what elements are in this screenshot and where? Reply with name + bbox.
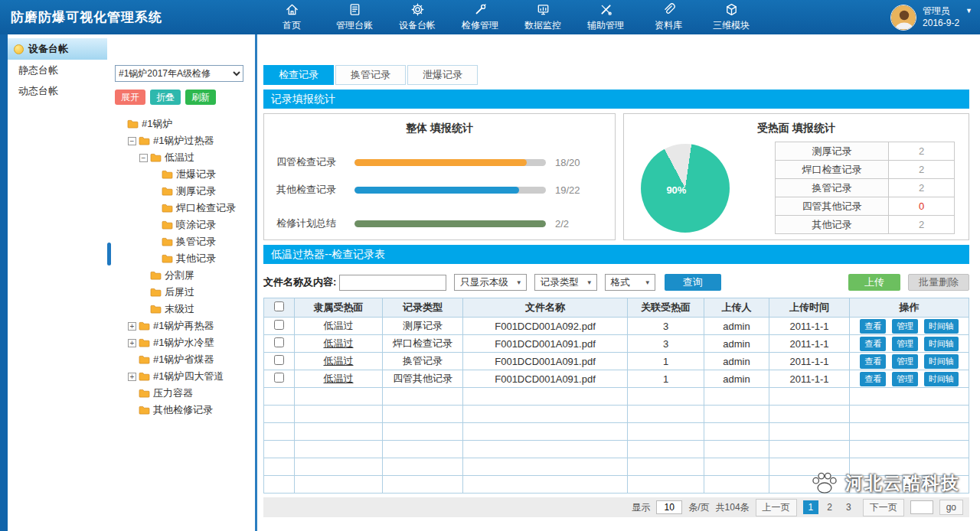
user-menu[interactable]: 管理员 2016-9-2 ▼ xyxy=(890,5,972,31)
tree-node[interactable]: − 低温过 xyxy=(115,149,250,166)
tree-node[interactable]: + #1锅炉水冷壁 xyxy=(115,334,250,351)
manage-button[interactable]: 管理 xyxy=(892,337,918,351)
sidebar: 设备台帐 静态台帐 动态台帐 xyxy=(8,34,107,531)
tree-node[interactable]: 末级过 xyxy=(115,301,250,318)
tree-node[interactable]: − #1锅炉过热器 xyxy=(115,132,250,149)
sidebar-item-equipment-ledger[interactable]: 设备台帐 xyxy=(8,38,107,60)
overall-stats-panel: 整体 填报统计 四管检查记录 18/20 其他检查记录 xyxy=(263,113,616,240)
timeline-button[interactable]: 时间轴 xyxy=(924,354,959,369)
heating-surface-stats-title: 受热面 填报统计 xyxy=(624,122,969,135)
tree-node[interactable]: + #1锅炉再热器 xyxy=(115,318,250,334)
tree-node[interactable]: #1锅炉省煤器 xyxy=(115,351,250,368)
tree-node[interactable]: 换管记录 xyxy=(115,233,250,250)
page-number-button[interactable]: 2 xyxy=(822,500,838,514)
nav-item-assist[interactable]: 辅助管理 xyxy=(583,2,628,32)
record-tab[interactable]: 检查记录 xyxy=(263,65,334,85)
manage-button[interactable]: 管理 xyxy=(892,319,918,334)
nav-item-home[interactable]: 首页 xyxy=(270,2,314,32)
scope-select[interactable]: 只显示本级 ▼ xyxy=(454,274,526,291)
tree-scrollbar-thumb[interactable] xyxy=(107,243,111,266)
tree-toolbar-button[interactable]: 刷新 xyxy=(185,90,216,105)
timeline-button[interactable]: 时间轴 xyxy=(924,337,959,351)
view-button[interactable]: 查看 xyxy=(860,319,886,334)
view-button[interactable]: 查看 xyxy=(860,372,886,386)
expand-toggle-icon[interactable]: − xyxy=(139,154,148,162)
chevron-down-icon[interactable]: ▼ xyxy=(965,7,972,15)
tree-toolbar-button[interactable]: 折叠 xyxy=(150,90,181,105)
record-row: 低温过 焊口检查记录 F001DCD001A091.pdf 3 admin 20… xyxy=(264,335,969,353)
tree-node[interactable]: 其他检修记录 xyxy=(115,402,250,419)
heating-surface-count: 2 xyxy=(889,161,955,179)
folder-icon xyxy=(162,220,173,230)
nav-item-ledger[interactable]: 管理台账 xyxy=(332,2,377,32)
row-checkbox[interactable] xyxy=(274,320,284,330)
row-checkbox[interactable] xyxy=(274,337,284,347)
view-button[interactable]: 查看 xyxy=(860,354,886,369)
nav-item-data-monitor[interactable]: 数据监控 xyxy=(521,2,565,32)
expand-toggle-icon[interactable]: − xyxy=(128,137,136,145)
search-field-label: 文件名称及内容: xyxy=(263,275,336,289)
manage-button[interactable]: 管理 xyxy=(892,354,918,369)
record-tab[interactable]: 泄爆记录 xyxy=(407,65,478,85)
page-number-button[interactable]: 3 xyxy=(841,500,857,514)
tree-node[interactable]: + #1锅炉四大管道 xyxy=(115,368,250,385)
heating-surface-label: 焊口检查记录 xyxy=(776,161,889,179)
tree-node[interactable]: 后屏过 xyxy=(115,284,250,301)
cell-surface[interactable]: 低温过 xyxy=(295,335,383,353)
go-button[interactable]: go xyxy=(939,500,963,515)
select-all-checkbox[interactable] xyxy=(274,301,284,311)
record-tab[interactable]: 换管记录 xyxy=(335,65,406,85)
cell-surface[interactable]: 低温过 xyxy=(295,370,383,388)
goto-page-input[interactable] xyxy=(910,500,933,514)
tree-toolbar-button[interactable]: 展开 xyxy=(115,90,145,105)
search-input[interactable] xyxy=(339,275,446,291)
tree-node[interactable]: 焊口检查记录 xyxy=(115,200,250,217)
nav-item-library[interactable]: 资料库 xyxy=(646,2,691,32)
upload-button[interactable]: 上传 xyxy=(848,274,900,291)
tree-node[interactable]: #1锅炉 xyxy=(115,116,250,132)
tree-node[interactable]: 其他记录 xyxy=(115,250,250,267)
cell-surface[interactable]: 低温过 xyxy=(295,318,383,335)
row-checkbox[interactable] xyxy=(274,373,284,383)
sidebar-item-dynamic-ledger[interactable]: 动态台帐 xyxy=(8,80,107,101)
empty-record-row xyxy=(264,458,969,476)
nav-item-3d-module[interactable]: 三维模块 xyxy=(709,2,753,32)
progress-value: 18/20 xyxy=(555,157,580,168)
cell-surface[interactable]: 低温过 xyxy=(295,353,383,370)
heating-surface-row: 测厚记录 2 xyxy=(776,142,955,161)
tree-node[interactable]: 喷涂记录 xyxy=(115,217,250,233)
page-number-button[interactable]: 1 xyxy=(803,500,819,514)
batch-delete-button[interactable]: 批量删除 xyxy=(908,274,969,291)
next-page-button[interactable]: 下一页 xyxy=(863,499,904,516)
query-button[interactable]: 查询 xyxy=(665,274,721,291)
nav-item-equipment[interactable]: 设备台帐 xyxy=(395,2,439,32)
view-button[interactable]: 查看 xyxy=(860,337,886,351)
prev-page-button[interactable]: 上一页 xyxy=(756,499,797,516)
tree-node[interactable]: 压力容器 xyxy=(115,385,250,402)
heating-surface-label: 换管记录 xyxy=(776,179,889,197)
col-header-filename: 文件名称 xyxy=(463,298,628,318)
expand-toggle-icon[interactable]: + xyxy=(128,339,136,347)
per-page-input[interactable] xyxy=(656,500,682,514)
completion-pie-chart: 90% xyxy=(641,144,730,233)
inspection-plan-select[interactable]: #1锅炉2017年A级检修 xyxy=(115,65,243,82)
expand-toggle-icon[interactable]: + xyxy=(128,322,136,331)
expand-toggle-icon[interactable]: + xyxy=(128,373,136,381)
tree-node[interactable]: 分割屏 xyxy=(115,267,250,284)
format-select[interactable]: 格式 ▼ xyxy=(605,274,655,291)
heating-surface-label: 四管其他记录 xyxy=(776,197,889,216)
timeline-button[interactable]: 时间轴 xyxy=(924,372,959,386)
manage-button[interactable]: 管理 xyxy=(892,372,918,386)
folder-icon xyxy=(139,136,150,145)
timeline-button[interactable]: 时间轴 xyxy=(924,319,959,334)
cell-related: 1 xyxy=(628,370,704,388)
row-checkbox[interactable] xyxy=(274,355,284,365)
tree-node[interactable]: 泄爆记录 xyxy=(115,166,250,183)
cell-upload-time: 2011-1-1 xyxy=(769,335,850,353)
tree-node[interactable]: 测厚记录 xyxy=(115,183,250,200)
nav-item-maintenance[interactable]: 检修管理 xyxy=(458,2,502,32)
cell-upload-time: 2011-1-1 xyxy=(769,318,850,335)
sidebar-item-static-ledger[interactable]: 静态台帐 xyxy=(8,60,107,80)
cell-type: 四管其他记录 xyxy=(383,370,463,388)
record-type-select[interactable]: 记录类型 ▼ xyxy=(534,274,597,291)
